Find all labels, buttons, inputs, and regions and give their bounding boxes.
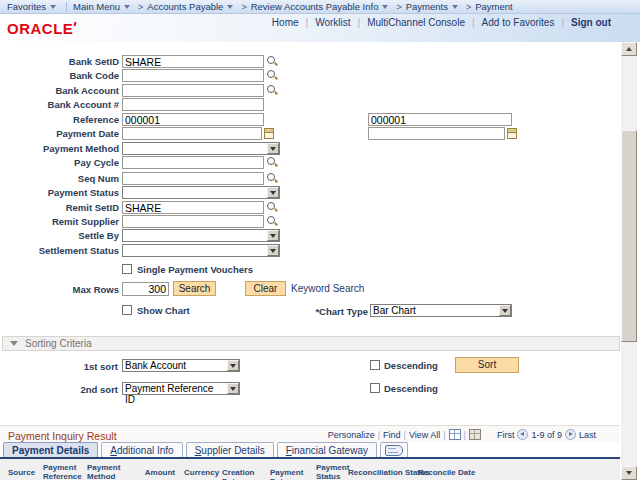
breadcrumb-item-review-ap-info[interactable]: Review Accounts Payable Info	[251, 1, 393, 12]
multichannel-console-link[interactable]: MultiChannel Console	[367, 17, 465, 28]
find-link[interactable]: Find	[383, 430, 401, 440]
chevron-down-icon	[382, 5, 388, 9]
remit-supplier-label: Remit Supplier	[0, 215, 119, 228]
bank-code-label: Bank Code	[0, 69, 119, 82]
calendar-icon[interactable]	[264, 128, 274, 139]
zoom-grid-icon[interactable]	[469, 429, 481, 440]
payment-date-to-input[interactable]	[368, 127, 505, 140]
column-header-source[interactable]: Source	[8, 468, 42, 477]
payment-status-label: Payment Status	[0, 186, 119, 199]
show-chart-checkbox[interactable]	[122, 305, 132, 315]
add-to-favorites-link[interactable]: Add to Favorites	[482, 17, 555, 28]
lookup-icon[interactable]	[266, 201, 279, 214]
tab-additional-info[interactable]: Additional Info	[101, 442, 182, 457]
previous-page-icon[interactable]	[517, 429, 528, 440]
bank-account-num-label: Bank Account #	[0, 98, 119, 111]
breadcrumb-main-menu[interactable]: Main Menu	[73, 1, 134, 12]
clear-button[interactable]: Clear	[245, 281, 286, 296]
toolbar-separator: |	[378, 430, 380, 440]
search-button[interactable]: Search	[173, 281, 216, 296]
single-payment-vouchers-checkbox[interactable]	[122, 264, 132, 274]
sign-out-link[interactable]: Sign out	[571, 17, 611, 28]
lookup-icon[interactable]	[266, 172, 279, 185]
page-range: 1-9 of 9	[531, 430, 562, 440]
settle-by-select[interactable]	[122, 229, 280, 242]
tab-financial-gateway[interactable]: Financial Gateway	[277, 442, 377, 457]
column-header-creation-date[interactable]: Creation Date	[222, 468, 270, 480]
tab-label: Additional Info	[110, 443, 173, 458]
breadcrumb-item-accounts-payable[interactable]: Accounts Payable	[147, 1, 237, 12]
column-header-amount[interactable]: Amount	[110, 468, 175, 477]
first-page-link[interactable]: First	[497, 430, 515, 440]
column-header-reconciliation-status[interactable]: Reconciliation Status	[348, 468, 414, 477]
breadcrumb-separator	[66, 2, 67, 12]
tab-label: Financial Gateway	[286, 443, 368, 458]
results-grid-header: Source Payment Reference ID Payment Meth…	[0, 459, 620, 480]
worklist-link[interactable]: Worklist	[315, 17, 350, 28]
payment-status-select[interactable]	[122, 186, 280, 199]
remit-supplier-input[interactable]	[122, 215, 264, 228]
first-sort-descending-checkbox[interactable]	[370, 360, 380, 370]
calendar-icon[interactable]	[507, 128, 517, 139]
payment-date-from-input[interactable]	[122, 127, 262, 140]
bank-code-input[interactable]	[122, 69, 264, 82]
max-rows-input[interactable]	[122, 282, 169, 296]
second-sort-descending-checkbox[interactable]	[370, 383, 380, 393]
toolbar-separator: |	[464, 430, 466, 440]
second-sort-select[interactable]: Payment Reference ID	[122, 382, 240, 395]
keyword-search-link[interactable]: Keyword Search	[291, 283, 364, 294]
remit-setid-input[interactable]	[122, 201, 264, 214]
oracle-logo: ORACLE	[7, 21, 76, 36]
scrollbar-thumb[interactable]	[621, 130, 637, 342]
chart-type-value: Bar Chart	[373, 305, 416, 316]
results-title: Payment Inquiry Result	[8, 430, 117, 442]
breadcrumb-item-label: Accounts Payable	[147, 1, 223, 12]
tab-payment-details[interactable]: Payment Details	[3, 442, 98, 457]
vertical-scrollbar	[621, 42, 637, 480]
payment-method-select[interactable]	[122, 142, 280, 155]
results-header-bar: Payment Inquiry Result Personalize | Fin…	[0, 425, 620, 442]
sort-button[interactable]: Sort	[455, 357, 519, 373]
next-page-icon[interactable]	[565, 429, 576, 440]
download-grid-icon[interactable]	[449, 429, 461, 440]
breadcrumb-main-menu-label: Main Menu	[73, 1, 120, 12]
view-all-link[interactable]: View All	[409, 430, 440, 440]
select-arrow-icon	[267, 143, 279, 154]
column-header-payment-status[interactable]: Payment Status	[316, 463, 346, 480]
lookup-icon[interactable]	[266, 69, 279, 82]
personalize-link[interactable]: Personalize	[328, 430, 375, 440]
chart-type-select[interactable]: Bar Chart	[370, 304, 512, 317]
settlement-status-select[interactable]	[122, 244, 280, 257]
home-link[interactable]: Home	[272, 17, 299, 28]
column-header-currency[interactable]: Currency	[184, 468, 222, 477]
breadcrumb-item-payments[interactable]: Payments	[406, 1, 462, 12]
lookup-icon[interactable]	[266, 84, 279, 97]
breadcrumb-favorites[interactable]: Favorites	[7, 1, 60, 12]
payment-inquiry-page: Favorites Main Menu > Accounts Payable >…	[0, 0, 640, 480]
scroll-down-button[interactable]	[621, 466, 637, 480]
column-header-reconcile-date[interactable]: Reconcile Date	[418, 468, 473, 477]
bank-account-input[interactable]	[122, 84, 264, 97]
reference-from-input[interactable]	[122, 113, 264, 126]
chevron-down-icon	[452, 5, 458, 9]
collapse-triangle-icon[interactable]	[10, 341, 18, 346]
lookup-icon[interactable]	[266, 156, 279, 169]
breadcrumb-gt: >	[396, 2, 401, 12]
pay-cycle-input[interactable]	[122, 156, 264, 169]
lookup-icon[interactable]	[266, 55, 279, 68]
link-separator: |	[358, 17, 361, 28]
reference-to-input[interactable]	[368, 113, 512, 126]
show-all-columns-tab[interactable]	[380, 442, 408, 457]
bank-setid-input[interactable]	[122, 55, 264, 68]
bank-account-num-input[interactable]	[122, 98, 264, 111]
bank-account-label: Bank Account	[0, 84, 119, 97]
lookup-icon[interactable]	[266, 215, 279, 228]
first-sort-select[interactable]: Bank Account	[122, 359, 240, 372]
tab-supplier-details[interactable]: Supplier Details	[186, 442, 274, 457]
column-header-payment-reference-id[interactable]: Payment Reference ID	[43, 463, 85, 480]
column-header-payment-date[interactable]: Payment Date	[270, 468, 314, 480]
scroll-up-button[interactable]	[621, 42, 637, 56]
seq-num-input[interactable]	[122, 172, 264, 185]
last-page-link[interactable]: Last	[579, 430, 596, 440]
first-sort-descending-label: Descending	[384, 360, 438, 371]
